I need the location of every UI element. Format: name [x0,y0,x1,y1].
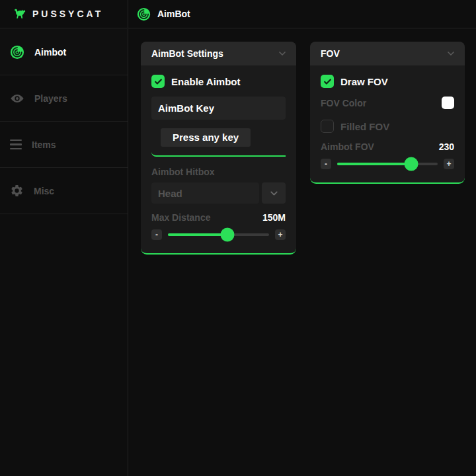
aimbot-settings-body: Enable Aimbot AimBot Key Press any key A… [141,65,296,253]
filled-fov-row: Filled FOV [321,120,454,133]
filled-fov-label: Filled FOV [340,121,389,132]
page-title-bar: AimBot [128,0,190,28]
hitbox-select[interactable]: Head [151,182,259,204]
fov-color-swatch[interactable] [442,97,454,109]
key-section-underline [151,152,286,157]
chevron-down-icon [268,188,280,199]
sidebar: Aimbot Players Items Misc [0,29,128,476]
app-window: PUSSYCAT AimBot Aimbot [0,0,476,476]
aimbot-key-header[interactable]: AimBot Key [151,97,286,120]
menu-icon [10,139,22,150]
slider-fill [168,233,227,236]
max-distance-value: 150M [262,212,286,223]
cat-icon [13,7,26,21]
aimbot-fov-slider-row: - + [321,159,454,169]
radar-icon [10,45,24,60]
draw-fov-label: Draw FOV [340,76,388,87]
sidebar-item-label: Misc [34,186,54,196]
aimbot-fov-slider[interactable] [337,163,438,165]
brand-logo: PUSSYCAT [0,0,128,28]
draw-fov-row: Draw FOV [321,75,454,88]
aimbot-fov-value: 230 [439,141,454,152]
fov-header[interactable]: FOV [310,42,465,65]
plus-button[interactable]: + [444,159,454,169]
minus-button[interactable]: - [321,159,331,169]
main-content: AimBot Settings Enable Aimbot AimBot Key [129,29,476,476]
fov-color-label: FOV Color [321,98,366,108]
sidebar-item-label: Players [34,93,67,104]
aimbot-fov-row: Aimbot FOV 230 [321,141,454,152]
sidebar-item-players[interactable]: Players [0,75,128,122]
checkmark-icon [154,77,163,86]
aimbot-hitbox-label: Aimbot Hitbox [151,167,286,177]
hitbox-select-row: Head [151,182,286,204]
draw-fov-checkbox[interactable] [321,75,334,88]
filled-fov-checkbox[interactable] [321,120,334,133]
sidebar-item-misc[interactable]: Misc [0,168,128,214]
page-title: AimBot [157,9,190,19]
minus-button[interactable]: - [151,229,162,240]
max-distance-label: Max Distance [151,212,210,223]
fov-panel: FOV Draw FOV FOV Color [310,42,465,184]
gear-icon [10,184,24,198]
panel-title: AimBot Settings [151,48,223,59]
brand-name: PUSSYCAT [32,9,103,19]
sidebar-item-items[interactable]: Items [0,122,128,168]
slider-thumb[interactable] [405,157,418,171]
checkmark-icon [323,77,332,86]
enable-aimbot-row: Enable Aimbot [151,75,286,88]
sidebar-item-label: Items [32,139,56,150]
plus-button[interactable]: + [275,229,286,240]
slider-fill [337,163,411,165]
aimbot-settings-panel: AimBot Settings Enable Aimbot AimBot Key [141,42,296,255]
max-distance-row: Max Distance 150M [151,212,286,223]
aimbot-key-section: AimBot Key Press any key [151,97,286,157]
sidebar-item-label: Aimbot [34,47,66,58]
chevron-down-icon[interactable] [446,48,456,59]
radar-icon [137,7,151,21]
panel-title: FOV [321,48,340,59]
aimbot-fov-label: Aimbot FOV [321,141,374,152]
max-distance-slider-row: - + [151,229,286,240]
sidebar-item-aimbot[interactable]: Aimbot [0,29,128,75]
eye-icon [10,91,24,106]
enable-aimbot-checkbox[interactable] [151,75,165,88]
fov-color-row: FOV Color [321,97,454,109]
slider-thumb[interactable] [221,228,235,242]
enable-aimbot-label: Enable Aimbot [171,76,240,87]
key-capture-button[interactable]: Press any key [161,128,251,147]
chevron-down-icon[interactable] [277,48,288,59]
topbar: PUSSYCAT AimBot [0,0,476,28]
max-distance-slider[interactable] [168,233,269,236]
aimbot-settings-header[interactable]: AimBot Settings [141,42,296,65]
fov-body: Draw FOV FOV Color Filled FOV Aimbot FOV… [310,65,465,182]
hitbox-select-button[interactable] [262,182,286,204]
